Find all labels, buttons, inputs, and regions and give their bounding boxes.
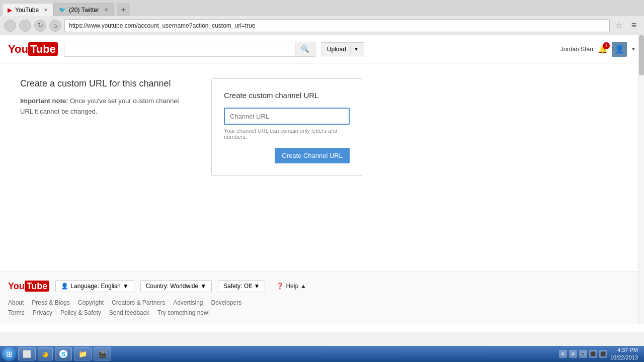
- tray-icon-2: ⊗: [569, 350, 577, 358]
- footer-link-policy[interactable]: Policy & Safety: [60, 309, 101, 316]
- page-title: Create a custom URL for this channel: [20, 78, 181, 89]
- twitter-tab-title: (20) Twitter: [69, 7, 99, 14]
- taskbar-app-chrome[interactable]: ◕: [38, 347, 53, 360]
- safety-dropdown-icon: ▼: [254, 283, 260, 290]
- avatar-icon: 👤: [614, 44, 624, 54]
- back-button[interactable]: ‹: [4, 20, 16, 32]
- taskbar-app-explorer[interactable]: 📁: [74, 347, 92, 360]
- footer-links-row-1: About Press & Blogs Copyright Creators &…: [8, 299, 636, 306]
- footer-link-new[interactable]: Try something new!: [157, 309, 210, 316]
- taskbar-app-media[interactable]: 🎬: [94, 347, 111, 360]
- safety-label: Safety: Off: [223, 283, 252, 290]
- system-tray: ⊕ ⊗ 🔊 ⬛ ⬛ 4:37 PM 10/22/2013: [559, 346, 642, 362]
- search-bar: 🔍: [64, 42, 315, 57]
- channel-url-input[interactable]: [224, 108, 350, 125]
- twitter-favicon: 🐦: [59, 7, 66, 13]
- skype-icon: S: [59, 350, 67, 358]
- language-selector[interactable]: 👤 Language: English ▼: [55, 280, 134, 292]
- clock-date: 10/22/2013: [610, 354, 638, 361]
- address-text: https://www.youtube.com/account_username…: [69, 22, 256, 29]
- username: Jordan Starr: [560, 46, 594, 53]
- country-label: Country: Worldwide: [146, 283, 198, 290]
- footer-link-press[interactable]: Press & Blogs: [32, 299, 69, 306]
- scroll-thumb[interactable]: [639, 35, 644, 75]
- footer-links: About Press & Blogs Copyright Creators &…: [8, 299, 636, 316]
- create-url-box: Create custom channel URL Your channel U…: [211, 78, 362, 176]
- help-button[interactable]: ❓ Help ▲: [271, 281, 311, 292]
- help-chevron-icon: ▲: [300, 283, 306, 290]
- youtube-logo: YouTube: [8, 43, 58, 56]
- taskbar-app-windows[interactable]: ⬜: [18, 347, 36, 360]
- tab-bar: ▶ YouTube ✕ 🐦 (20) Twitter ✕ +: [0, 0, 644, 16]
- footer-link-copyright[interactable]: Copyright: [78, 299, 104, 306]
- footer-link-about[interactable]: About: [8, 299, 24, 306]
- box-heading: Create custom channel URL: [224, 91, 350, 100]
- important-note: Important note: Once you've set your cus…: [20, 96, 181, 117]
- footer-link-privacy[interactable]: Privacy: [33, 309, 52, 316]
- language-dropdown-icon: ▼: [123, 283, 129, 290]
- footer-top: YouTube 👤 Language: English ▼ Country: W…: [8, 280, 636, 292]
- language-label: Language: English: [70, 283, 120, 290]
- system-clock: 4:37 PM 10/22/2013: [610, 346, 638, 362]
- youtube-tab-close[interactable]: ✕: [44, 7, 48, 13]
- twitter-tab-close[interactable]: ✕: [104, 7, 108, 13]
- country-selector[interactable]: Country: Worldwide ▼: [140, 280, 212, 292]
- notification-badge: 1: [603, 42, 610, 49]
- tray-volume-icon[interactable]: 🔊: [579, 350, 587, 358]
- media-icon: 🎬: [98, 350, 107, 358]
- search-input[interactable]: [64, 42, 295, 56]
- chrome-menu-button[interactable]: ≡: [628, 20, 640, 32]
- explorer-icon: 📁: [78, 350, 87, 358]
- notification-button[interactable]: 🔔 1: [598, 44, 608, 54]
- forward-button[interactable]: ›: [19, 20, 31, 32]
- content-spacer: [0, 191, 644, 272]
- scrollbar[interactable]: [638, 35, 644, 324]
- tray-network-icon: ⊕: [559, 350, 567, 358]
- tab-twitter[interactable]: 🐦 (20) Twitter ✕: [53, 3, 114, 16]
- bookmark-button[interactable]: ☆: [613, 20, 625, 32]
- footer-logo: YouTube: [8, 281, 49, 292]
- tab-youtube[interactable]: ▶ YouTube ✕: [2, 3, 53, 16]
- taskbar-app-skype[interactable]: S: [55, 347, 72, 360]
- start-button[interactable]: ⊞: [2, 347, 16, 361]
- footer: YouTube 👤 Language: English ▼ Country: W…: [0, 272, 644, 324]
- new-tab-button[interactable]: +: [117, 3, 130, 16]
- user-dropdown-arrow[interactable]: ▼: [631, 46, 636, 52]
- upload-dropdown-arrow[interactable]: ▼: [351, 46, 359, 52]
- tray-icon-5: ⬛: [599, 350, 607, 358]
- left-panel: Create a custom URL for this channel Imp…: [20, 78, 181, 176]
- search-icon: 🔍: [301, 45, 309, 53]
- tray-icons: ⊕ ⊗ 🔊 ⬛ ⬛: [559, 350, 607, 358]
- upload-button[interactable]: Upload ▼: [321, 42, 364, 56]
- browser-window: ▶ YouTube ✕ 🐦 (20) Twitter ✕ + ‹ › ↻ ⌂ h…: [0, 0, 644, 332]
- country-dropdown-icon: ▼: [200, 283, 206, 290]
- user-area: Jordan Starr 🔔 1 👤 ▼: [560, 42, 636, 57]
- footer-links-row-2: Terms Privacy Policy & Safety Send feedb…: [8, 309, 636, 316]
- logo-tube: Tube: [28, 42, 58, 56]
- safety-selector[interactable]: Safety: Off ▼: [218, 280, 265, 292]
- footer-logo-tube: Tube: [25, 281, 50, 292]
- home-button[interactable]: ⌂: [49, 20, 61, 32]
- main-content: Create a custom URL for this channel Imp…: [0, 63, 644, 191]
- tray-icon-4: ⬛: [589, 350, 597, 358]
- youtube-header: YouTube 🔍 Upload ▼ Jordan Starr 🔔: [0, 35, 644, 63]
- search-button[interactable]: 🔍: [295, 42, 315, 56]
- logo-you: You: [8, 43, 28, 55]
- footer-link-developers[interactable]: Developers: [211, 299, 242, 306]
- help-label: Help: [286, 283, 298, 290]
- avatar[interactable]: 👤: [612, 42, 627, 57]
- youtube-favicon: ▶: [8, 7, 12, 14]
- address-bar[interactable]: https://www.youtube.com/account_username…: [64, 19, 610, 32]
- footer-logo-you: You: [8, 281, 25, 291]
- windows-logo-icon: ⊞: [6, 349, 13, 359]
- refresh-button[interactable]: ↻: [34, 20, 46, 32]
- footer-link-advertising[interactable]: Advertising: [173, 299, 203, 306]
- footer-link-feedback[interactable]: Send feedback: [109, 309, 149, 316]
- footer-link-creators[interactable]: Creators & Partners: [112, 299, 165, 306]
- footer-inner: YouTube 👤 Language: English ▼ Country: W…: [0, 272, 644, 324]
- chrome-icon: ◕: [42, 350, 48, 358]
- youtube-tab-title: YouTube: [15, 7, 39, 14]
- help-icon: ❓: [276, 283, 284, 290]
- create-channel-url-button[interactable]: Create Channel URL: [275, 148, 350, 163]
- footer-link-terms[interactable]: Terms: [8, 309, 25, 316]
